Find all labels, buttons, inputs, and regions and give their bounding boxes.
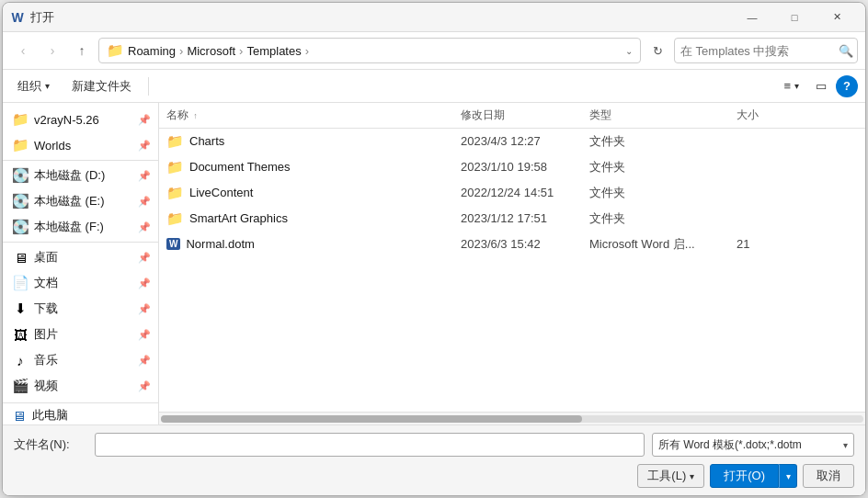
sidebar-item-desktop[interactable]: 🖥 桌面 📌 bbox=[3, 244, 158, 270]
pin-icon: 📌 bbox=[138, 170, 151, 182]
filename-row: 文件名(N): 所有 Word 模板(*.dotx;*.dotm ▾ bbox=[14, 433, 854, 457]
view-menu-button[interactable]: ≡ ▾ bbox=[776, 74, 806, 98]
crumb-templates[interactable]: Templates bbox=[246, 44, 301, 58]
pin-icon: 📌 bbox=[138, 380, 151, 392]
toolbar-row: 组织 ▾ 新建文件夹 ≡ ▾ ▭ ? bbox=[3, 70, 865, 103]
scroll-thumb[interactable] bbox=[161, 415, 582, 423]
drive-icon: 💽 bbox=[12, 167, 29, 184]
word-icon: W bbox=[166, 238, 180, 250]
col-header-type[interactable]: 类型 bbox=[582, 108, 729, 123]
open-button[interactable]: 打开(O) bbox=[710, 464, 779, 488]
search-input[interactable] bbox=[680, 44, 835, 58]
filename-input[interactable] bbox=[95, 433, 645, 457]
sidebar-item-this-computer[interactable]: 🖥 此电脑 bbox=[3, 402, 158, 424]
col-header-size[interactable]: 大小 bbox=[729, 108, 784, 123]
folder-icon: 📁 bbox=[166, 133, 184, 150]
table-row[interactable]: 📁 LiveContent 2022/12/24 14:51 文件夹 bbox=[159, 180, 865, 206]
sidebar: 📁 v2rayN-5.26 📌 📁 Worlds 📌 💽 本地磁盘 (D:) 📌… bbox=[3, 103, 159, 424]
downloads-icon: ⬇ bbox=[12, 300, 29, 317]
maximize-button[interactable]: □ bbox=[773, 3, 816, 32]
title-bar: W 打开 — □ ✕ bbox=[3, 3, 865, 32]
panel-icon: ▭ bbox=[816, 79, 827, 93]
file-name-cell: 📁 SmartArt Graphics bbox=[159, 210, 453, 227]
col-header-name[interactable]: 名称 ↑ bbox=[159, 108, 453, 123]
tools-dropdown-icon: ▾ bbox=[690, 471, 694, 481]
search-icon: 🔍 bbox=[839, 44, 853, 58]
close-button[interactable]: ✕ bbox=[816, 3, 858, 32]
organize-button[interactable]: 组织 ▾ bbox=[10, 74, 57, 98]
refresh-button[interactable]: ↻ bbox=[645, 38, 670, 63]
open-dropdown-button[interactable]: ▾ bbox=[779, 464, 797, 488]
pin-icon: 📌 bbox=[138, 329, 151, 341]
open-dialog: W 打开 — □ ✕ ‹ › ↑ 📁 Roaming › Microsoft ›… bbox=[2, 2, 866, 496]
view-buttons: ≡ ▾ ▭ ? bbox=[776, 74, 858, 98]
table-row[interactable]: 📁 Charts 2023/4/3 12:27 文件夹 bbox=[159, 129, 865, 154]
main-area: 📁 v2rayN-5.26 📌 📁 Worlds 📌 💽 本地磁盘 (D:) 📌… bbox=[3, 103, 865, 424]
pin-icon: 📌 bbox=[138, 277, 151, 289]
sidebar-item-videos[interactable]: 🎬 视频 📌 bbox=[3, 373, 158, 399]
back-button[interactable]: ‹ bbox=[10, 38, 36, 63]
sidebar-item-drive-d[interactable]: 💽 本地磁盘 (D:) 📌 bbox=[3, 163, 158, 188]
address-box[interactable]: 📁 Roaming › Microsoft › Templates › ⌄ bbox=[98, 38, 641, 63]
sidebar-item-v2rayn[interactable]: 📁 v2rayN-5.26 📌 bbox=[3, 107, 158, 132]
view-dropdown-icon: ▾ bbox=[794, 81, 799, 91]
sort-arrow-icon: ↑ bbox=[193, 111, 198, 120]
documents-icon: 📄 bbox=[12, 275, 29, 291]
computer-icon: 🖥 bbox=[10, 408, 27, 424]
cancel-button[interactable]: 取消 bbox=[803, 464, 854, 488]
scroll-track[interactable] bbox=[161, 415, 863, 423]
table-row[interactable]: W Normal.dotm 2023/6/3 15:42 Microsoft W… bbox=[159, 232, 865, 257]
pin-icon: 📌 bbox=[138, 221, 151, 233]
folder-icon: 📁 bbox=[166, 210, 184, 227]
breadcrumb: Roaming › Microsoft › Templates › bbox=[128, 44, 311, 58]
sidebar-item-documents[interactable]: 📄 文档 📌 bbox=[3, 270, 158, 296]
tools-button[interactable]: 工具(L) ▾ bbox=[637, 464, 704, 488]
organize-dropdown-icon: ▾ bbox=[45, 81, 50, 91]
folder-icon: 📁 bbox=[166, 185, 184, 201]
address-chevron-icon[interactable]: ⌄ bbox=[625, 46, 633, 56]
sidebar-item-worlds[interactable]: 📁 Worlds 📌 bbox=[3, 132, 158, 158]
table-row[interactable]: 📁 SmartArt Graphics 2023/1/12 17:51 文件夹 bbox=[159, 206, 865, 232]
crumb-microsoft[interactable]: Microsoft bbox=[187, 44, 235, 58]
computer-label: 此电脑 bbox=[32, 407, 68, 424]
sidebar-item-music[interactable]: ♪ 音乐 📌 bbox=[3, 347, 158, 373]
up-button[interactable]: ↑ bbox=[69, 38, 95, 63]
file-area: 名称 ↑ 修改日期 类型 大小 📁 Cha bbox=[159, 103, 865, 424]
sidebar-item-drive-e[interactable]: 💽 本地磁盘 (E:) 📌 bbox=[3, 188, 158, 214]
app-icon: W bbox=[10, 10, 25, 25]
help-button[interactable]: ? bbox=[836, 75, 858, 97]
filetype-dropdown[interactable]: 所有 Word 模板(*.dotx;*.dotm ▾ bbox=[652, 433, 854, 457]
pin-icon: 📌 bbox=[138, 114, 151, 126]
desktop-icon: 🖥 bbox=[12, 250, 29, 266]
action-row: 工具(L) ▾ 打开(O) ▾ 取消 bbox=[14, 464, 854, 488]
filetype-chevron-icon: ▾ bbox=[843, 440, 848, 450]
view-panel-button[interactable]: ▭ bbox=[808, 74, 834, 98]
pin-icon: 📌 bbox=[138, 196, 151, 208]
new-folder-button[interactable]: 新建文件夹 bbox=[64, 74, 139, 98]
table-row[interactable]: 📁 Document Themes 2023/1/10 19:58 文件夹 bbox=[159, 154, 865, 180]
file-name-cell: W Normal.dotm bbox=[159, 237, 453, 251]
sidebar-item-drive-f[interactable]: 💽 本地磁盘 (F:) 📌 bbox=[3, 214, 158, 240]
minimize-button[interactable]: — bbox=[731, 3, 773, 32]
sidebar-item-pictures[interactable]: 🖼 图片 📌 bbox=[3, 322, 158, 347]
sidebar-item-downloads[interactable]: ⬇ 下载 📌 bbox=[3, 296, 158, 322]
forward-button[interactable]: › bbox=[40, 38, 65, 63]
folder-icon: 📁 bbox=[12, 137, 29, 153]
open-button-group: 打开(O) ▾ bbox=[710, 464, 797, 488]
sidebar-divider bbox=[3, 160, 158, 161]
pin-icon: 📌 bbox=[138, 355, 151, 367]
search-box[interactable]: 🔍 bbox=[674, 38, 858, 63]
folder-icon: 📁 bbox=[166, 159, 184, 175]
column-headers: 名称 ↑ 修改日期 类型 大小 bbox=[159, 103, 865, 129]
file-list: 📁 Charts 2023/4/3 12:27 文件夹 📁 Document T… bbox=[159, 129, 865, 412]
pin-icon: 📌 bbox=[138, 303, 151, 315]
filetype-text: 所有 Word 模板(*.dotx;*.dotm bbox=[658, 437, 839, 453]
crumb-roaming[interactable]: Roaming bbox=[128, 44, 176, 58]
pin-icon: 📌 bbox=[138, 252, 151, 264]
col-header-date[interactable]: 修改日期 bbox=[453, 108, 582, 123]
file-name-cell: 📁 LiveContent bbox=[159, 185, 453, 201]
drive-icon: 💽 bbox=[12, 193, 29, 209]
videos-icon: 🎬 bbox=[12, 378, 29, 394]
drive-icon: 💽 bbox=[12, 219, 29, 235]
pictures-icon: 🖼 bbox=[12, 327, 29, 343]
